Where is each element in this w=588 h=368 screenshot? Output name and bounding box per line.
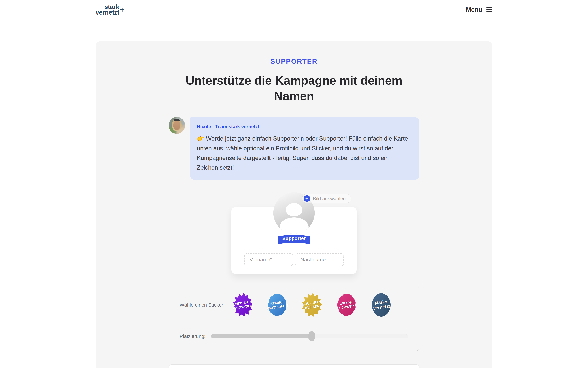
choose-image-label: Bild auswählen <box>313 196 346 201</box>
avatar-photo-face <box>173 121 180 130</box>
placement-slider-fill <box>211 334 311 338</box>
person-silhouette-head <box>286 203 302 216</box>
chat-bubble: Nicole - Team stark vernetzt 👉 Werde jet… <box>190 117 419 180</box>
logo-wordmark: stark vernetzt <box>96 4 119 15</box>
sticker-souveraen-bleiben[interactable]: SOUVERÄN BLEIBEN <box>300 293 324 317</box>
placement-label: Platzierung: <box>180 333 211 339</box>
logo[interactable]: stark vernetzt + <box>96 4 125 15</box>
sticker-starke-wirtschaft[interactable]: STARKE WIRTSCHAFT <box>265 293 289 317</box>
team-member-avatar <box>169 117 185 134</box>
menu-label: Menu <box>466 6 482 13</box>
chat-section: Nicole - Team stark vernetzt 👉 Werde jet… <box>169 117 419 180</box>
logo-line2: vernetzt <box>96 10 119 15</box>
plus-icon: + <box>304 195 310 202</box>
profile-picker-section: + Bild auswählen Supporter <box>169 192 419 274</box>
hamburger-icon <box>486 7 492 12</box>
header-inner: stark vernetzt + Menu <box>96 0 492 19</box>
placement-slider[interactable] <box>211 334 408 338</box>
placement-row: Platzierung: <box>180 333 408 339</box>
menu-button[interactable]: Menu <box>466 6 492 13</box>
logo-plus-icon: + <box>120 5 125 14</box>
page-title: Unterstütze die Kampagne mit deinem Name… <box>172 73 416 104</box>
sticker-row: Wähle einen Sticker: WISSEN+ INNOVATION … <box>180 293 408 317</box>
main-panel: SUPPORTER Unterstütze die Kampagne mit d… <box>96 41 492 368</box>
sticker-row-label: Wähle einen Sticker: <box>180 302 230 308</box>
placement-slider-thumb[interactable] <box>308 331 315 341</box>
ribbon-label: Supporter <box>278 232 310 245</box>
avatar-photo-sunglasses <box>174 119 180 121</box>
supporter-ribbon: Supporter <box>278 233 310 245</box>
choose-image-button[interactable]: + Bild auswählen <box>302 194 351 203</box>
last-name-field[interactable] <box>295 253 344 266</box>
eyebrow-label: SUPPORTER <box>169 57 419 65</box>
site-header: stark vernetzt + Menu <box>0 0 588 19</box>
chat-author: Nicole - Team stark vernetzt <box>197 124 410 129</box>
chat-message: 👉 Werde jetzt ganz einfach Supporterin o… <box>197 134 410 172</box>
sticker-list: WISSEN+ INNOVATION STARKE WIRTSCHAFT SOU… <box>230 293 393 317</box>
sticker-options-box: Wähle einen Sticker: WISSEN+ INNOVATION … <box>169 287 419 351</box>
sticker-wissen-innovation[interactable]: WISSEN+ INNOVATION <box>230 293 255 317</box>
name-inputs-row <box>244 253 344 266</box>
first-name-field[interactable] <box>244 253 293 266</box>
email-field[interactable] <box>169 364 419 368</box>
sticker-offene-schweiz[interactable]: OFFENE SCHWEIZ <box>334 293 359 317</box>
sticker-stark-vernetzt[interactable]: stark+ vernetzt <box>369 293 393 317</box>
